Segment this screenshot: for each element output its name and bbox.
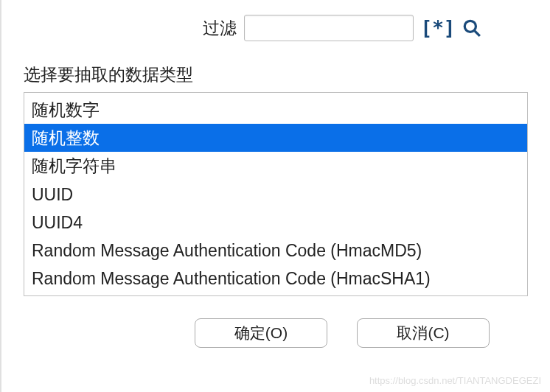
list-item[interactable]: UUID	[24, 181, 527, 209]
svg-point-0	[465, 21, 476, 32]
list-item[interactable]: Random Message Authentication Code (Hmac…	[24, 237, 527, 265]
svg-line-1	[475, 31, 480, 36]
filter-input[interactable]	[244, 15, 414, 41]
cancel-button[interactable]: 取消(C)	[357, 318, 490, 348]
data-type-listbox[interactable]: 随机数字 随机整数 随机字符串 UUID UUID4 Random Messag…	[24, 92, 528, 296]
section-label: 选择要抽取的数据类型	[24, 63, 528, 86]
dialog-content: 过滤 [*] 选择要抽取的数据类型 随机数字 随机整数 随机字符串 UUID U…	[1, 0, 550, 363]
list-item[interactable]: 随机整数	[24, 124, 527, 152]
regex-icon[interactable]: [*]	[421, 17, 456, 39]
list-item[interactable]: Random Message Authentication Code (Hmac…	[24, 265, 527, 293]
filter-row: 过滤 [*]	[24, 15, 528, 41]
button-row: 确定(O) 取消(C)	[24, 318, 528, 348]
search-icon[interactable]	[462, 18, 481, 38]
list-item[interactable]: 随机数字	[24, 96, 527, 124]
watermark: https://blog.csdn.net/TIANTANGDEGEZI	[369, 375, 541, 386]
list-item[interactable]: 随机字符串	[24, 152, 527, 180]
list-item[interactable]: UUID4	[24, 209, 527, 237]
filter-label: 过滤	[203, 17, 237, 40]
ok-button[interactable]: 确定(O)	[195, 318, 327, 348]
